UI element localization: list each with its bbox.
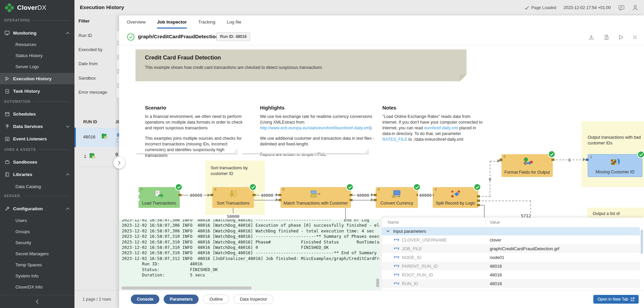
sidebar-item-task-history[interactable]: Task History	[0, 85, 74, 97]
console-toggle-button[interactable]: Console	[131, 295, 159, 304]
run-id-value: 1	[84, 154, 86, 159]
graph-subtitle: This example shows how credit card trans…	[145, 65, 322, 70]
param-row[interactable]: x=y NODE_ID node01	[382, 253, 640, 262]
run-id-input[interactable]	[116, 31, 119, 41]
node-missing-customer-id[interactable]: 0 Missing Customer ID	[588, 154, 642, 177]
external-link-icon	[631, 297, 635, 301]
output-port	[477, 195, 480, 197]
scenario-heading: Scenario	[145, 105, 247, 111]
sidebar-item-users[interactable]: Users	[0, 215, 74, 226]
sidebar-item-cloverdx-info[interactable]: CloverDX Info	[0, 281, 74, 293]
filter-label-error-message: Error message	[78, 90, 107, 95]
column-header-value: Value	[490, 220, 500, 225]
outline-toggle-button[interactable]: Outline	[203, 295, 229, 304]
param-row[interactable]: x=y JOB_FILE graph/CreditCardFraudDetect…	[382, 244, 640, 253]
tab-job-inspector[interactable]: Job Inspector	[157, 15, 187, 29]
close-button[interactable]	[632, 34, 638, 41]
run-row-1[interactable]: 1 g	[74, 147, 119, 167]
tab-log-file[interactable]: Log file	[227, 15, 241, 29]
input-port	[374, 199, 377, 201]
console-log[interactable]: 2023-12-02 16:58:07,306 INFO 48016 [Watc…	[119, 219, 380, 291]
chevron-down-icon	[66, 124, 70, 129]
sidebar-item-execution-history[interactable]: Execution History	[0, 73, 74, 84]
param-row[interactable]: x=y CLOVER_USERNAME clover	[382, 235, 640, 244]
export-file-button[interactable]	[603, 34, 610, 41]
column-header-run-id[interactable]: RUN ID	[83, 120, 97, 124]
logo-text: CloverDX	[17, 4, 46, 11]
sandbox-input[interactable]	[116, 73, 119, 84]
chevron-down-icon	[386, 230, 390, 232]
input-port	[499, 159, 502, 161]
user-icon[interactable]	[632, 4, 639, 11]
tab-tracking[interactable]: Tracking	[198, 15, 215, 29]
sidebar-item-configuration[interactable]: Configuration	[0, 203, 74, 214]
sidebar-item-status-history[interactable]: Status History	[0, 50, 74, 61]
sidebar-item-security[interactable]: Security	[0, 237, 74, 248]
chevron-up-icon	[66, 31, 70, 36]
writer-icon	[609, 158, 621, 167]
output-port	[477, 204, 480, 206]
reader-icon	[154, 190, 164, 200]
sidebar-item-server-logs[interactable]: Server Logs	[0, 61, 74, 72]
param-row[interactable]: x=y RUN_ID 48016	[382, 279, 640, 288]
highlights-paragraph: We use additional customer and transacti…	[260, 136, 377, 147]
sidebar-item-resources[interactable]: Resources	[0, 39, 74, 50]
sidebar-item-temp-spaces[interactable]: Temp Spaces	[0, 259, 74, 270]
tab-overview[interactable]: Overview	[127, 15, 146, 29]
column-header-job-file[interactable]: JOB FILE	[115, 120, 119, 124]
date-from-input[interactable]	[116, 59, 119, 70]
job-file-link[interactable]: g	[117, 132, 119, 137]
parameters-toggle-button[interactable]: Parameters	[164, 295, 199, 304]
node-match-transactions[interactable]: 0 Match Transactions with Customer	[280, 187, 351, 208]
open-in-new-tab-button[interactable]: Open in New Tab	[593, 295, 639, 304]
book-icon	[4, 172, 10, 177]
job-file-text: g	[115, 151, 118, 156]
sidebar-item-groups[interactable]: Groups	[0, 226, 74, 237]
vertical-scrollbar[interactable]	[641, 230, 643, 254]
sidebar-item-sandboxes[interactable]: Sandboxes	[0, 156, 74, 168]
calendar-star-icon	[4, 136, 10, 141]
sidebar-item-libraries[interactable]: Libraries	[0, 169, 74, 180]
node-load-transactions[interactable]: 0 Load Transactions	[139, 187, 180, 208]
reformat-icon	[522, 157, 533, 168]
sidebar-item-system-info[interactable]: System Info	[0, 270, 74, 281]
edge-record-count: 40000	[356, 193, 370, 198]
edge-record-count: 40000	[189, 193, 203, 198]
ecb-url-link[interactable]: http://www.ecb.europa.eu/stats/eurofxref…	[260, 126, 370, 130]
port-label: 0	[214, 188, 216, 191]
sidebar-item-monitoring[interactable]: Monitoring	[0, 27, 74, 39]
sidebar-collapse-button[interactable]	[0, 295, 74, 308]
data-inspector-toggle-button[interactable]: Data Inspector	[233, 295, 273, 304]
eurofxref-link[interactable]: eurofxref-daily.xml	[424, 126, 458, 130]
run-again-button[interactable]	[618, 34, 624, 41]
partition-icon	[451, 190, 460, 199]
input-parameters-group[interactable]: Input parameters	[382, 227, 640, 235]
param-row[interactable]: x=y PARENT_RUN_ID 48016	[382, 262, 640, 270]
sidebar-item-event-listeners[interactable]: Event Listeners	[0, 133, 74, 144]
rates-file-link[interactable]: RATES_FILE	[382, 137, 407, 142]
node-format-fields[interactable]: 0 Format Fields for Output	[501, 154, 553, 177]
horizontal-scrollbar[interactable]	[121, 287, 252, 290]
node-split-record[interactable]: 0 Split Record by Logic	[433, 187, 478, 208]
output-port	[253, 194, 256, 196]
run-id-value: 48016	[83, 134, 95, 139]
sidebar-item-schedules[interactable]: Schedules	[0, 108, 74, 120]
sidebar-item-secret-managers[interactable]: Secret Managers	[0, 248, 74, 259]
feedback-icon[interactable]	[618, 5, 625, 11]
port-stub	[137, 192, 140, 195]
page-header: Execution History Page Loaded 2023-12-02…	[74, 0, 644, 15]
error-message-input[interactable]	[116, 87, 119, 98]
param-row[interactable]: x=y ROOT_RUN_ID 48016	[382, 270, 640, 279]
run-row-48016[interactable]: 48016 g	[74, 128, 119, 147]
download-button[interactable]	[588, 34, 595, 41]
node-sort-transactions[interactable]: 0 Sort Transactions	[212, 187, 254, 208]
executed-by-input[interactable]	[116, 45, 119, 55]
sidebar-item-data-services[interactable]: Data Services	[0, 121, 74, 132]
sidebar-item-data-catalog[interactable]: Data Catalog	[0, 181, 74, 192]
cloverdx-logo[interactable]: CloverDX	[5, 3, 46, 12]
node-convert-currency[interactable]: 0 Convert Currency	[376, 187, 418, 208]
graph-job-icon	[101, 133, 107, 139]
expand-list-button[interactable]	[113, 157, 125, 169]
job-title-row: graph/CreditCardFraudDetection.grf Run I…	[119, 29, 644, 45]
vertical-scrollbar[interactable]	[376, 278, 379, 287]
